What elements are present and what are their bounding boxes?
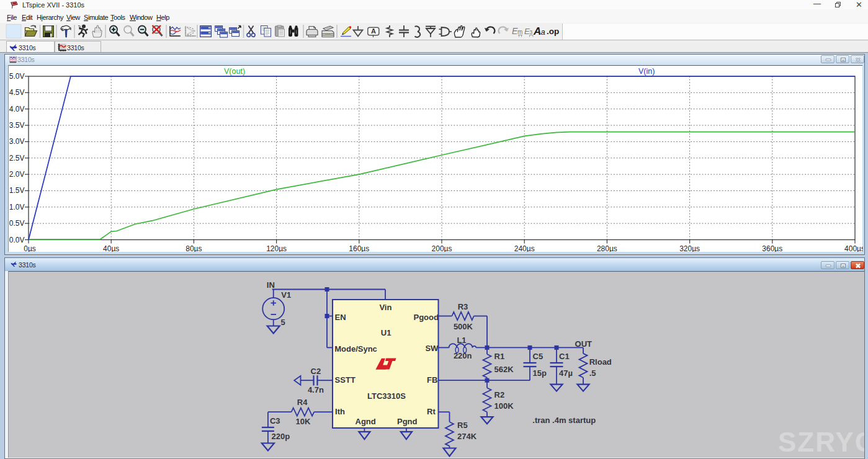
svg-text:4.7n: 4.7n [308,385,324,394]
svg-text:EN: EN [335,313,346,322]
svg-text:4.5V: 4.5V [9,88,25,97]
svg-text:3.5V: 3.5V [9,121,25,130]
svg-text:360µs: 360µs [762,244,782,252]
svg-text:240µs: 240µs [514,244,535,252]
svg-text:m: m [517,29,522,35]
svg-text:274K: 274K [457,432,477,441]
svg-text:10K: 10K [296,417,311,426]
svg-text:Pgnd: Pgnd [397,417,418,426]
svg-text:5.0V: 5.0V [9,72,25,81]
svg-text:SSTT: SSTT [335,375,356,385]
svg-text:IN: IN [267,280,275,290]
svg-text:U1: U1 [381,328,391,337]
svg-text:400µs: 400µs [844,244,863,252]
svg-text:Agnd: Agnd [356,417,376,426]
svg-text:V(out): V(out) [224,67,245,76]
svg-text:Vin: Vin [379,303,391,312]
svg-text:Mode/Sync: Mode/Sync [334,344,377,354]
svg-text:A: A [371,27,376,35]
svg-text:Ith: Ith [335,407,345,416]
svg-text:R5: R5 [457,421,468,430]
svg-text:C5: C5 [533,352,544,361]
svg-text:V(in): V(in) [638,67,655,76]
svg-text:500K: 500K [454,322,473,331]
svg-text:.5: .5 [589,368,596,378]
svg-text:220n: 220n [454,351,472,360]
svg-text:C2: C2 [311,367,321,376]
svg-text:120µs: 120µs [266,244,287,252]
svg-text:220p: 220p [272,432,290,441]
svg-text:0µs: 0µs [24,244,36,252]
svg-text:200µs: 200µs [432,244,452,252]
svg-text:0.5V: 0.5V [9,219,25,228]
svg-text:15p: 15p [533,368,547,378]
svg-text:C1: C1 [559,352,570,361]
svg-text:0.0V: 0.0V [9,236,25,244]
svg-text:.op: .op [547,27,559,36]
svg-text:Rt: Rt [427,407,436,416]
svg-text:Pgood: Pgood [414,313,439,322]
svg-text:FB: FB [427,375,437,385]
svg-text:5: 5 [281,318,285,327]
svg-text:280µs: 280µs [597,244,617,252]
svg-text:3: 3 [529,29,532,35]
svg-text:160µs: 160µs [349,244,369,252]
svg-text:1.0V: 1.0V [9,203,25,212]
svg-text:4.0V: 4.0V [9,105,25,114]
svg-text:2.0V: 2.0V [9,170,25,179]
svg-text:80µs: 80µs [186,244,202,252]
svg-text:C3: C3 [270,416,280,426]
svg-text:100K: 100K [494,401,514,411]
svg-text:R1: R1 [494,352,505,361]
svg-text:R4: R4 [297,398,308,407]
svg-text:a: a [541,27,545,37]
svg-text:2.5V: 2.5V [9,154,25,163]
svg-text:L1: L1 [457,336,466,345]
svg-text:A: A [533,25,541,37]
svg-text:SW: SW [425,344,439,353]
svg-text:R3: R3 [458,302,468,311]
svg-text:320µs: 320µs [679,244,700,252]
svg-text:V1: V1 [281,290,291,300]
svg-text:3.0V: 3.0V [9,137,25,146]
svg-text:Rload: Rload [589,357,612,367]
svg-text:OUT: OUT [575,339,593,349]
svg-text:47µ: 47µ [559,368,573,378]
svg-text:40µs: 40µs [103,244,119,252]
svg-text:.tran .4m startup: .tran .4m startup [532,416,596,425]
svg-text:562K: 562K [494,365,514,374]
svg-text:LTC3310S: LTC3310S [367,391,406,401]
svg-text:R2: R2 [494,390,505,399]
svg-text:1.5V: 1.5V [9,186,25,195]
